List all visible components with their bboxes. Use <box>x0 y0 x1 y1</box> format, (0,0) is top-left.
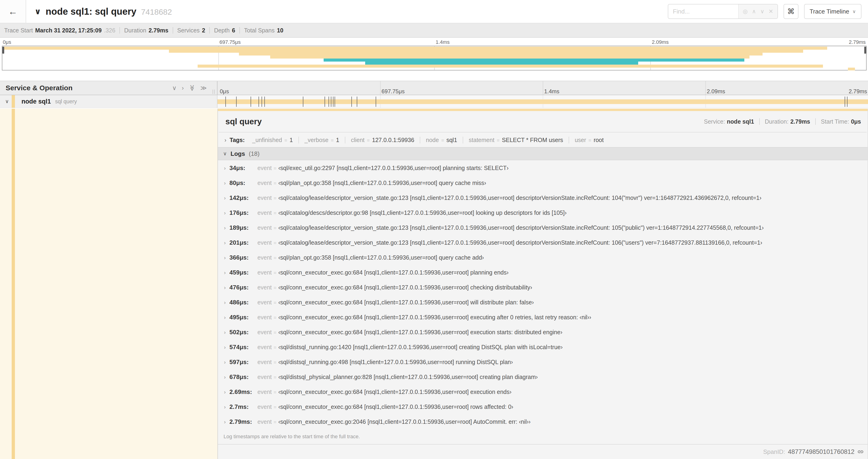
log-entry[interactable]: ›2.69ms:event=‹sql/conn_executor_exec.go… <box>218 384 868 399</box>
back-button[interactable]: ← <box>0 0 26 23</box>
service-color-stripe <box>12 109 15 459</box>
tag-item: user=root <box>569 137 609 143</box>
tags-row[interactable]: › Tags: _unfinished=1 _verbose=1 client=… <box>218 132 868 147</box>
tag-item: _unfinished=1 <box>247 137 299 143</box>
log-marker-tick <box>236 97 237 107</box>
chevron-right-icon: › <box>224 180 226 186</box>
log-marker-tick <box>303 97 303 107</box>
chevron-up-icon[interactable]: ∧ <box>752 9 756 14</box>
divider <box>209 27 210 34</box>
span-bar-cell[interactable] <box>217 95 868 108</box>
trace-timeline-page: ← ∨ node sql1: sql query 7418682 ◎ ∧ ∨ ✕… <box>0 0 868 459</box>
divider <box>815 118 816 125</box>
span-id-footer: SpanID: 4877749850101760812 <box>218 444 868 459</box>
locate-icon[interactable]: ◎ <box>743 9 748 14</box>
log-marker-tick <box>847 97 847 107</box>
chevron-right-icon: › <box>224 285 226 291</box>
find-controls: ◎ ∧ ∨ ✕ <box>738 4 777 19</box>
log-marker-tick <box>845 97 845 107</box>
chevron-down-icon[interactable]: ∨ <box>760 9 765 14</box>
chevron-down-icon: ∨ <box>223 151 227 157</box>
logs-section-header[interactable]: ∨ Logs (18) <box>218 147 868 160</box>
span-id-value: 4877749850101760812 <box>788 448 855 456</box>
close-icon[interactable]: ✕ <box>769 9 773 14</box>
log-marker-tick <box>331 97 331 107</box>
tag-item: node=sql1 <box>420 137 463 143</box>
log-entry[interactable]: ›80μs:event=‹sql/plan_opt.go:358 [nsql1,… <box>218 175 868 190</box>
minimap-span-bar <box>323 59 744 62</box>
chevron-right-icon: › <box>224 137 226 143</box>
chevron-right-icon: › <box>224 404 226 410</box>
keyboard-shortcuts-button[interactable]: ⌘ <box>783 4 799 19</box>
viewport-drag-handle-right[interactable] <box>864 47 866 54</box>
span-detail-panel: sql query Service: node sql1 Duration: 2… <box>217 109 868 459</box>
log-entry[interactable]: ›176μs:event=‹sql/catalog/descs/descript… <box>218 205 868 220</box>
log-entry[interactable]: ›142μs:event=‹sql/catalog/lease/descript… <box>218 190 868 205</box>
minimap-span-bar <box>169 50 803 53</box>
log-marker-tick <box>251 97 251 107</box>
log-entry[interactable]: ›34μs:event=‹sql/exec_util.go:2297 [nsql… <box>218 160 868 175</box>
log-marker-tick <box>357 97 357 107</box>
depth-stat: Depth 6 <box>214 27 235 34</box>
log-entry[interactable]: ›678μs:event=‹sql/distsql_physical_plann… <box>218 369 868 384</box>
log-entry[interactable]: ›502μs:event=‹sql/conn_executor_exec.go:… <box>218 324 868 339</box>
timeline-header-row: Service & Operation ∨ › ≫ ≫ || 0μs 697.7… <box>0 81 868 95</box>
log-entry[interactable]: ›495μs:event=‹sql/conn_executor_exec.go:… <box>218 309 868 324</box>
collapse-one-icon[interactable]: ∨ <box>172 85 177 91</box>
column-resizer-grip[interactable]: || <box>212 89 216 94</box>
log-entry[interactable]: ›476μs:event=‹sql/conn_executor_exec.go:… <box>218 280 868 295</box>
total-spans-stat: Total Spans 10 <box>244 27 283 34</box>
divider <box>173 27 173 34</box>
span-row: ∨ node sql1 sql query <box>0 95 868 108</box>
expand-one-icon[interactable]: › <box>182 85 184 91</box>
log-marker-tick <box>225 97 226 107</box>
chevron-right-icon: › <box>224 270 226 276</box>
link-icon[interactable] <box>857 449 864 455</box>
log-entry[interactable]: ›366μs:event=‹sql/plan_opt.go:358 [nsql1… <box>218 250 868 265</box>
log-entry[interactable]: ›2.7ms:event=‹sql/conn_executor_exec.go:… <box>218 399 868 414</box>
log-entry[interactable]: ›574μs:event=‹sql/distsql_running.go:142… <box>218 339 868 354</box>
log-entry[interactable]: ›2.79ms:event=‹sql/conn_executor_exec.go… <box>218 414 868 429</box>
minimap-span-bar <box>270 56 750 59</box>
minimap-span-bar <box>365 62 638 65</box>
chevron-right-icon: › <box>224 210 226 216</box>
span-color-accent <box>218 109 868 111</box>
find-input[interactable] <box>668 4 738 19</box>
log-entry[interactable]: ›201μs:event=‹sql/catalog/lease/descript… <box>218 235 868 250</box>
viewport-drag-handle-left[interactable] <box>2 47 4 54</box>
chevron-down-icon[interactable]: ∨ <box>34 7 41 16</box>
ruler-tick-label: 2.79ms <box>849 39 866 45</box>
ruler-tick-label: 2.09ms <box>705 88 725 95</box>
collapse-all-icon[interactable]: ≫ <box>189 85 195 91</box>
ruler-tick-label: 2.09ms <box>651 39 669 45</box>
trace-minimap[interactable] <box>2 46 867 70</box>
log-marker-tick <box>265 97 265 107</box>
span-duration-bar[interactable] <box>217 99 868 104</box>
ruler-tick-label: 1.4ms <box>543 88 559 95</box>
log-entry[interactable]: ›459μs:event=‹sql/conn_executor_exec.go:… <box>218 265 868 280</box>
ruler-tick-label: 697.75μs <box>218 39 241 45</box>
ruler-tick-label: 2.79ms <box>849 88 867 95</box>
ruler-tick-label: 1.4ms <box>434 39 450 45</box>
log-entry[interactable]: ›597μs:event=‹sql/distsql_running.go:498… <box>218 354 868 369</box>
tag-item: _verbose=1 <box>299 137 345 143</box>
chevron-right-icon: › <box>224 165 226 171</box>
log-entry[interactable]: ›189μs:event=‹sql/catalog/lease/descript… <box>218 220 868 235</box>
chevron-right-icon: › <box>224 315 226 321</box>
find-box: ◎ ∧ ∨ ✕ <box>668 4 778 19</box>
chevron-right-icon: › <box>224 240 226 246</box>
page-title: node sql1: sql query <box>46 6 136 17</box>
chevron-right-icon: › <box>224 419 226 425</box>
minimap-span-bar <box>848 68 855 71</box>
minimap-span-bar <box>239 53 762 56</box>
span-name-cell[interactable]: ∨ node sql1 sql query <box>0 95 217 108</box>
trace-view-selector[interactable]: Trace Timeline ∨ <box>804 4 862 19</box>
span-service-name: node sql1 <box>22 98 51 105</box>
expand-all-icon[interactable]: ≫ <box>200 85 207 91</box>
span-detail-header: sql query Service: node sql1 Duration: 2… <box>219 111 867 132</box>
log-entry[interactable]: ›486μs:event=‹sql/conn_executor_exec.go:… <box>218 295 868 309</box>
log-marker-tick <box>258 97 259 107</box>
chevron-down-icon[interactable]: ∨ <box>5 98 9 104</box>
back-arrow-icon: ← <box>8 6 18 17</box>
minimap-span-bar <box>198 65 823 68</box>
